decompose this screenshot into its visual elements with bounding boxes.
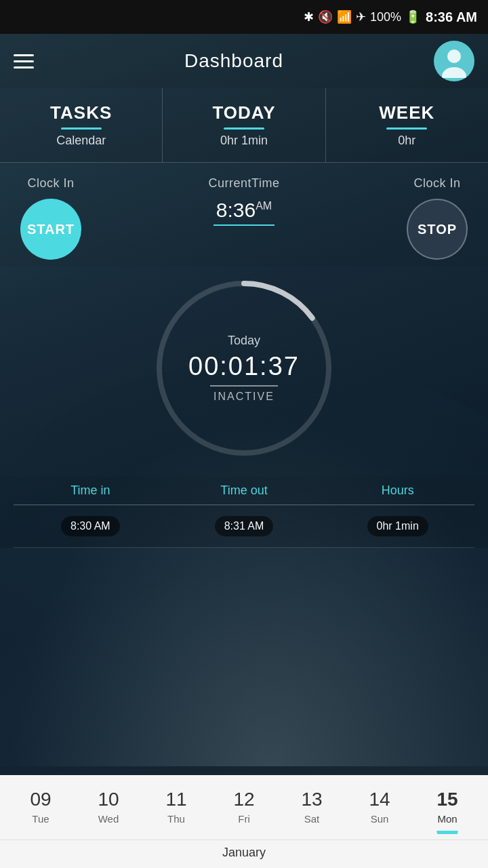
status-time: 8:36 AM	[426, 9, 477, 25]
hours-cell: 0hr 1min	[321, 516, 474, 536]
stats-bar: TASKS Calendar TODAY 0hr 1min WEEK 0hr	[0, 88, 488, 163]
svg-point-0	[447, 50, 461, 63]
time-log-row: 8:30 AM 8:31 AM 0hr 1min	[14, 505, 474, 548]
current-time-value: 8:36AM	[216, 199, 272, 222]
stat-today[interactable]: TODAY 0hr 1min	[163, 88, 325, 162]
status-bar: ✱ 🔇 📶 ✈ 100% 🔋 8:36 AM	[0, 0, 488, 34]
cal-num-11: 11	[165, 789, 186, 810]
clock-section: Clock In START CurrentTime 8:36AM Clock …	[0, 163, 488, 267]
mute-icon: 🔇	[318, 9, 333, 24]
stat-today-underline	[224, 127, 264, 130]
cal-num-12: 12	[233, 789, 254, 810]
time-log-section: Time in Time out Hours 8:30 AM 8:31 AM 0…	[0, 477, 488, 548]
stat-week-underline	[386, 127, 427, 130]
battery-icon: 🔋	[405, 9, 420, 24]
cal-num-14: 14	[369, 789, 390, 810]
stat-today-label: TODAY	[212, 102, 275, 123]
stat-week-value: 0hr	[398, 134, 415, 148]
time-underline	[214, 224, 274, 226]
header: Dashboard	[0, 34, 488, 88]
start-button[interactable]: START	[20, 199, 81, 260]
airplane-icon: ✈	[356, 9, 366, 24]
cal-weekday-09: Tue	[32, 813, 49, 825]
stat-tasks[interactable]: TASKS Calendar	[0, 88, 163, 162]
hours-badge: 0hr 1min	[367, 516, 428, 536]
cal-num-10: 10	[98, 789, 119, 810]
timer-circle: Today 00:01:37 INACTIVE	[149, 273, 339, 463]
status-icons: ✱ 🔇 📶 ✈ 100% 🔋	[304, 9, 420, 24]
stat-week[interactable]: WEEK 0hr	[326, 88, 488, 162]
cal-num-09: 09	[30, 789, 51, 810]
current-time-label: CurrentTime	[209, 176, 280, 191]
menu-button[interactable]	[14, 54, 34, 68]
timer-progress-svg	[149, 273, 339, 463]
page-title: Dashboard	[184, 50, 283, 72]
clock-out-col: Clock In STOP	[407, 176, 468, 260]
cal-weekday-15: Mon	[437, 813, 457, 825]
time-out-cell: 8:31 AM	[167, 516, 321, 536]
hamburger-line-2	[14, 60, 34, 62]
battery-indicator: 100%	[370, 10, 401, 24]
current-time-col: CurrentTime 8:36AM	[209, 176, 280, 226]
calendar-month: January	[0, 840, 488, 868]
cal-weekday-13: Sat	[304, 813, 320, 825]
stat-tasks-value: Calendar	[56, 134, 106, 148]
time-log-header-in: Time in	[14, 484, 167, 498]
cal-weekday-12: Fri	[238, 813, 250, 825]
stat-tasks-label: TASKS	[50, 102, 112, 123]
stop-button[interactable]: STOP	[407, 199, 468, 260]
avatar[interactable]	[434, 41, 474, 81]
calendar-section: 09 Tue 10 Wed 11 Thu 12 Fri 13 Sat 14 Su…	[0, 775, 488, 868]
cal-weekday-14: Sun	[371, 813, 389, 825]
cal-day-11[interactable]: 11 Thu	[160, 786, 192, 827]
stat-today-value: 0hr 1min	[220, 134, 268, 148]
clock-in-col: Clock In START	[20, 176, 81, 260]
wifi-icon: 📶	[337, 9, 352, 24]
cal-day-14[interactable]: 14 Sun	[363, 786, 395, 827]
cal-num-13: 13	[301, 789, 322, 810]
timer-section: Today 00:01:37 INACTIVE	[0, 267, 488, 477]
stat-week-label: WEEK	[379, 102, 434, 123]
hamburger-line-1	[14, 54, 34, 56]
user-avatar-icon	[437, 44, 471, 78]
time-in-badge: 8:30 AM	[61, 516, 120, 536]
stat-tasks-underline	[61, 127, 102, 130]
calendar-days: 09 Tue 10 Wed 11 Thu 12 Fri 13 Sat 14 Su…	[0, 786, 488, 834]
cal-day-09[interactable]: 09 Tue	[24, 786, 56, 827]
clock-in-label: Clock In	[27, 176, 74, 191]
cal-weekday-10: Wed	[98, 813, 119, 825]
hamburger-line-3	[14, 66, 34, 68]
cal-day-12[interactable]: 12 Fri	[228, 786, 260, 827]
cal-num-15: 15	[436, 789, 458, 810]
time-out-badge: 8:31 AM	[215, 516, 274, 536]
cal-weekday-11: Thu	[167, 813, 185, 825]
svg-point-1	[442, 67, 466, 78]
current-time-display: 8:36AM	[214, 199, 274, 226]
time-log-header-out: Time out	[167, 484, 321, 498]
time-log-header-hours: Hours	[321, 484, 474, 498]
cal-day-10[interactable]: 10 Wed	[92, 786, 124, 827]
today-indicator	[436, 831, 458, 833]
cal-day-15[interactable]: 15 Mon	[431, 786, 463, 827]
time-log-header: Time in Time out Hours	[14, 477, 474, 505]
cal-day-13[interactable]: 13 Sat	[296, 786, 327, 827]
clock-out-label: Clock In	[413, 176, 460, 191]
time-in-cell: 8:30 AM	[14, 516, 167, 536]
bluetooth-icon: ✱	[304, 9, 314, 24]
